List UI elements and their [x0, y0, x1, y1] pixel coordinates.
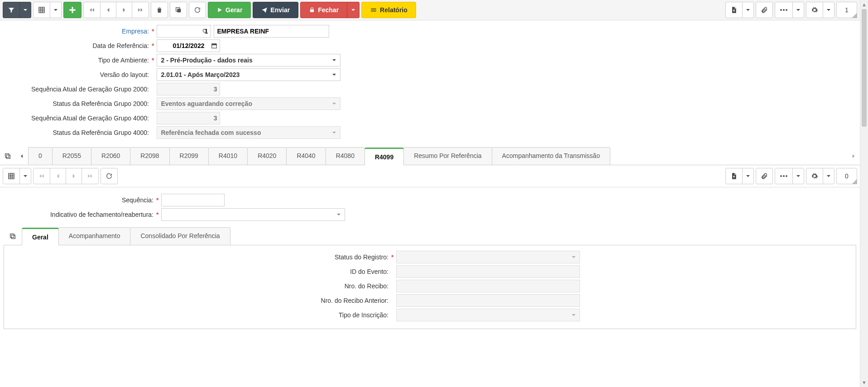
refresh-button[interactable]	[189, 2, 206, 18]
tab-r4099[interactable]: R4099	[364, 148, 404, 165]
tab-r4020[interactable]: R4020	[247, 147, 287, 165]
sub-toolbar: 0	[0, 165, 860, 187]
export-caret-button[interactable]	[742, 2, 754, 18]
required-marker: *	[156, 211, 158, 218]
tab-r4080[interactable]: R4080	[326, 147, 365, 165]
scroll-up-icon[interactable]: ▲	[860, 0, 868, 9]
more-icon	[780, 175, 788, 177]
export-button[interactable]	[725, 2, 743, 18]
plus-icon	[68, 6, 77, 14]
tab-partial-0[interactable]: 0	[28, 147, 53, 165]
relatorio-button[interactable]: Relatório	[361, 2, 416, 18]
more-button[interactable]	[775, 2, 793, 18]
grid-caret-button[interactable]	[50, 2, 62, 18]
inner-tab-geral[interactable]: Geral	[22, 228, 59, 245]
copy-tabs-button[interactable]	[0, 147, 15, 165]
grid-icon	[38, 6, 45, 14]
sub-record-count[interactable]: 0	[836, 168, 857, 184]
tab-r2098[interactable]: R2098	[130, 147, 169, 165]
label-id-evento: ID do Evento:	[13, 268, 391, 275]
gerar-button[interactable]: Gerar	[208, 2, 251, 18]
sub-export-button[interactable]	[725, 168, 743, 184]
prev-button[interactable]	[100, 2, 116, 18]
svg-rect-0	[39, 7, 44, 13]
scroll-thumb[interactable]	[862, 9, 867, 127]
sequencia-input[interactable]	[161, 194, 225, 206]
more-caret-button[interactable]	[792, 2, 804, 18]
tab-r2060[interactable]: R2060	[91, 147, 130, 165]
empresa-name-input[interactable]	[214, 25, 329, 38]
caret-down-icon	[826, 174, 831, 178]
main-tab-strip: 0 R2055 R2060 R2098 R2099 R4010 R4020 R4…	[0, 147, 860, 165]
chevron-double-left-icon	[38, 172, 45, 180]
empresa-code-input[interactable]	[157, 25, 211, 38]
svg-rect-19	[212, 44, 217, 45]
filter-button[interactable]	[3, 2, 20, 18]
tab-acomp-trans[interactable]: Acompanhamento da Transmissão	[492, 147, 610, 165]
inner-tab-consolidado[interactable]: Consolidado Por Referência	[130, 227, 230, 245]
fechar-button[interactable]: Fechar	[300, 2, 347, 18]
tabs-scroll-left[interactable]	[15, 147, 28, 165]
svg-rect-7	[177, 9, 181, 12]
sub-settings-button[interactable]	[806, 168, 823, 184]
tab-resumo[interactable]: Resumo Por Referência	[403, 147, 492, 165]
svg-point-15	[786, 9, 787, 11]
settings-button[interactable]	[806, 2, 823, 18]
settings-caret-button[interactable]	[823, 2, 834, 18]
add-button[interactable]	[63, 2, 82, 18]
chevron-right-icon	[71, 173, 77, 179]
next-button[interactable]	[116, 2, 132, 18]
status-4000-value: Referência fechada com sucesso	[161, 129, 261, 136]
tab-r4010[interactable]: R4010	[208, 147, 248, 165]
sub-more-button[interactable]	[775, 168, 793, 184]
inner-copy-button[interactable]	[4, 227, 22, 245]
delete-button[interactable]	[151, 2, 168, 18]
data-ref-input[interactable]	[157, 39, 220, 52]
attach-button[interactable]	[756, 2, 773, 18]
tipo-ambiente-select[interactable]: 2 - Pré-Produção - dados reais	[157, 54, 340, 67]
page-scrollbar[interactable]: ▲ ▼	[860, 0, 868, 329]
sub-grid-caret-button[interactable]	[19, 168, 31, 184]
tabs-scroll-right[interactable]	[847, 147, 860, 165]
last-button[interactable]	[132, 2, 149, 18]
indic-fechamento-select[interactable]	[161, 208, 345, 221]
chevron-left-icon	[55, 173, 61, 179]
versao-layout-select[interactable]: 2.01.01 - Após Março/2023	[157, 68, 340, 81]
header-form: Empresa: * Data de Referência: * Tipo de…	[0, 20, 860, 147]
geral-panel: Status do Registro: * ID do Evento: * Nr…	[4, 245, 856, 329]
label-data-ref: Data de Referência:	[9, 42, 152, 49]
first-button[interactable]	[83, 2, 101, 18]
svg-rect-22	[6, 155, 10, 158]
svg-rect-20	[213, 43, 214, 44]
sub-more-caret-button[interactable]	[792, 168, 804, 184]
record-count[interactable]: 1	[836, 2, 857, 18]
svg-rect-10	[371, 9, 376, 9]
enviar-button[interactable]: Enviar	[253, 2, 298, 18]
caret-down-icon	[23, 8, 28, 12]
svg-rect-6	[69, 10, 76, 11]
svg-point-29	[780, 175, 782, 177]
nro-recibo-ant-field	[396, 294, 580, 307]
label-empresa[interactable]: Empresa:	[9, 28, 152, 35]
calendar-icon[interactable]	[211, 43, 217, 49]
sub-refresh-button[interactable]	[101, 168, 118, 184]
tab-r4040[interactable]: R4040	[286, 147, 326, 165]
sub-prev-button[interactable]	[50, 168, 66, 184]
sub-next-button[interactable]	[66, 168, 82, 184]
sub-last-button[interactable]	[82, 168, 99, 184]
sub-attach-button[interactable]	[756, 168, 773, 184]
grid-button[interactable]	[33, 2, 50, 18]
filter-caret-button[interactable]	[19, 2, 31, 18]
sub-grid-button[interactable]	[3, 168, 20, 184]
sub-first-button[interactable]	[33, 168, 50, 184]
status-2000-value: Eventos aguardando correção	[161, 100, 252, 107]
tab-r2099[interactable]: R2099	[169, 147, 209, 165]
play-icon	[216, 7, 223, 13]
copy-button[interactable]	[170, 2, 187, 18]
sub-export-caret-button[interactable]	[742, 168, 754, 184]
tab-r2055[interactable]: R2055	[52, 147, 91, 165]
sub-settings-caret-button[interactable]	[823, 168, 834, 184]
inner-tab-acompanhamento[interactable]: Acompanhamento	[58, 227, 131, 245]
svg-rect-21	[215, 43, 216, 44]
fechar-caret-button[interactable]	[347, 2, 360, 18]
